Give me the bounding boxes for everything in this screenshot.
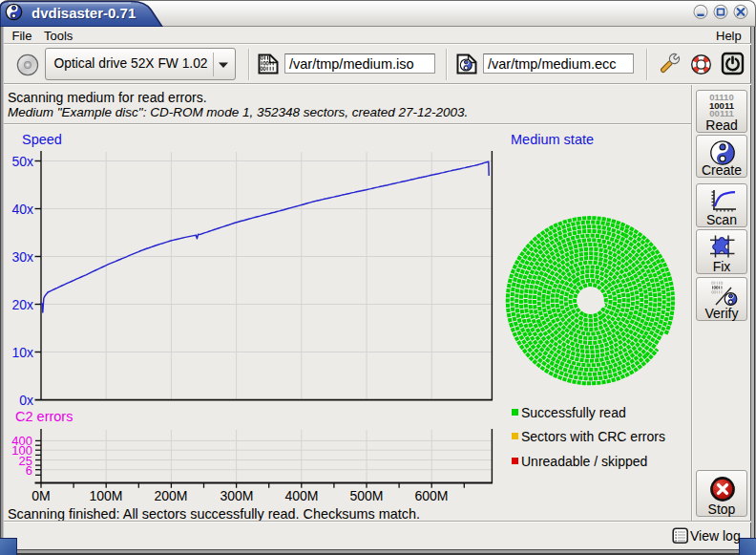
svg-text:dvdisaster-0.71: dvdisaster-0.71 <box>32 5 136 21</box>
